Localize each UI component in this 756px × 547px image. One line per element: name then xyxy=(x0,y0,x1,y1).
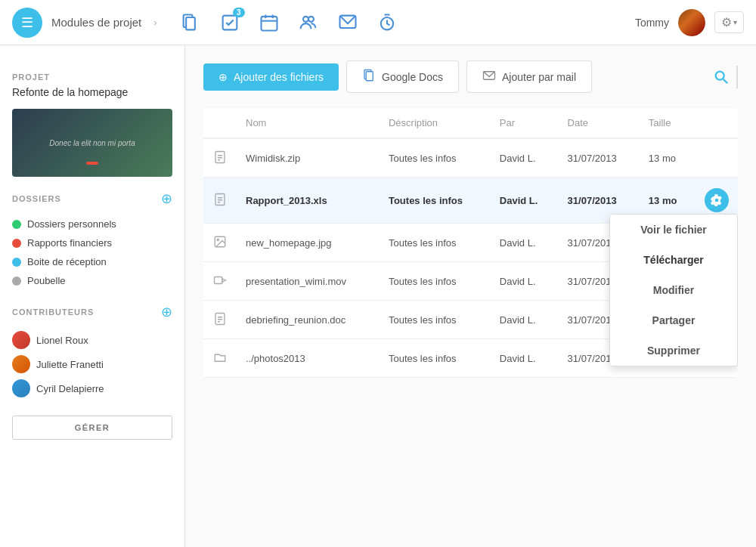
file-type-icon-cell xyxy=(203,339,237,378)
file-name-cell: debriefing_reunion.doc xyxy=(237,301,380,339)
contributors-header: CONTRIBUTEURS ⊕ xyxy=(12,304,172,320)
chevron-down-icon: ▾ xyxy=(733,18,737,26)
file-type-icon xyxy=(212,273,228,288)
file-desc-cell: Toutes les infos xyxy=(380,138,491,178)
settings-button[interactable]: ⚙ ▾ xyxy=(714,11,744,33)
topnav-right: Tommy ⚙ ▾ xyxy=(635,9,744,36)
folder-name: Dossiers personnels xyxy=(27,218,116,230)
plus-circle-icon: ⊕ xyxy=(218,71,228,83)
dropdown-telecharger-button[interactable]: Télécharger xyxy=(610,245,737,275)
dropdown-voir-button[interactable]: Voir le fichier xyxy=(610,215,737,245)
contributor-item: Lionel Roux xyxy=(12,328,172,352)
sidebar-folder-item[interactable]: Boite de réception xyxy=(12,252,172,271)
project-thumbnail: Donec la elit non mi porta xyxy=(12,109,172,177)
file-par-cell: David L. xyxy=(491,262,559,301)
svg-rect-29 xyxy=(215,314,225,325)
folder-dot-icon xyxy=(12,239,21,248)
add-contributor-button[interactable]: ⊕ xyxy=(161,304,172,320)
svg-point-26 xyxy=(217,239,218,240)
file-par-cell: David L. xyxy=(491,301,559,339)
add-files-button[interactable]: ⊕ Ajouter des fichiers xyxy=(203,63,339,91)
contributor-name: Lionel Roux xyxy=(36,335,88,346)
svg-marker-28 xyxy=(222,279,226,283)
file-desc-cell: Toutes les infos xyxy=(380,224,491,262)
gear-icon: ⚙ xyxy=(721,15,732,29)
files-table: Nom Déscription Par Date Taille Wimidisk… xyxy=(203,108,738,378)
manage-button[interactable]: GÉRER xyxy=(12,416,172,440)
folder-dot-icon xyxy=(12,220,21,229)
project-name: Refonte de la homepage xyxy=(12,86,172,98)
svg-line-16 xyxy=(723,79,728,83)
file-action-gear-button[interactable] xyxy=(705,188,729,212)
google-docs-button[interactable]: Google Docs xyxy=(346,60,459,93)
svg-rect-17 xyxy=(215,152,225,163)
contributor-avatar xyxy=(12,379,30,397)
search-divider xyxy=(736,66,738,88)
action-bar: ⊕ Ajouter des fichiers Google Docs xyxy=(203,60,738,93)
file-desc-cell: Toutes les infos xyxy=(380,301,491,339)
dropdown-modifier-button[interactable]: Modifier xyxy=(610,275,737,305)
file-type-icon-cell xyxy=(203,301,237,339)
file-desc-cell: Toutes les infos xyxy=(380,178,491,224)
main-layout: PROJET Refonte de la homepage Donec la e… xyxy=(0,45,756,547)
dropdown-supprimer-button[interactable]: Supprimer xyxy=(610,335,737,366)
svg-rect-1 xyxy=(186,17,195,29)
file-action-cell: Voir le fichier Télécharger Modifier Par… xyxy=(696,178,738,224)
file-dropdown-menu: Voir le fichier Télécharger Modifier Par… xyxy=(609,214,738,366)
svg-rect-27 xyxy=(215,277,223,284)
col-desc: Déscription xyxy=(380,108,491,138)
file-par-cell: David L. xyxy=(491,224,559,262)
file-par-cell: David L. xyxy=(491,339,559,378)
file-date-cell: 31/07/2013 xyxy=(559,138,640,178)
dossiers-header: DOSSIERS ⊕ xyxy=(12,190,172,207)
col-date: Date xyxy=(559,108,640,138)
dossiers-section-title: DOSSIERS xyxy=(12,194,61,203)
folder-dot-icon xyxy=(12,258,21,267)
file-taille-cell: 13 mo xyxy=(640,138,696,178)
contributor-avatar xyxy=(12,355,30,373)
nav-calendar-button[interactable] xyxy=(251,5,287,41)
files-tbody: Wimidisk.zip Toutes les infos David L. 3… xyxy=(203,138,738,378)
file-action-cell xyxy=(696,138,738,178)
sidebar: PROJET Refonte de la homepage Donec la e… xyxy=(0,45,185,547)
add-folder-button[interactable]: ⊕ xyxy=(161,190,172,207)
nav-tasks-button[interactable]: 3 xyxy=(212,5,248,41)
svg-rect-21 xyxy=(215,194,225,206)
sidebar-folder-item[interactable]: Dossiers personnels xyxy=(12,215,172,233)
thumbnail-text: Donec la elit non mi porta xyxy=(46,136,138,150)
nav-timer-button[interactable] xyxy=(369,5,405,41)
svg-point-8 xyxy=(308,16,314,21)
contributor-name: Cyril Delapierre xyxy=(36,383,104,394)
main-content: ⊕ Ajouter des fichiers Google Docs xyxy=(185,45,756,547)
nav-people-button[interactable] xyxy=(290,5,327,41)
nav-files-button[interactable] xyxy=(172,5,209,41)
sidebar-folder-item[interactable]: Rapports financiers xyxy=(12,233,172,252)
folder-name: Rapports financiers xyxy=(27,237,112,249)
file-name-cell: presentation_wimi.mov xyxy=(237,262,380,301)
table-header: Nom Déscription Par Date Taille xyxy=(203,108,738,138)
nav-messages-button[interactable] xyxy=(330,5,366,41)
file-type-icon xyxy=(212,150,228,165)
file-type-icon xyxy=(212,234,228,249)
mail-icon xyxy=(482,69,496,85)
dropdown-partager-button[interactable]: Partager xyxy=(610,305,737,335)
file-type-icon-cell xyxy=(203,138,237,178)
col-nom: Nom xyxy=(237,108,380,138)
sidebar-folder-item[interactable]: Poubelle xyxy=(12,271,172,290)
search-button[interactable] xyxy=(706,62,736,92)
folder-name: Boite de réception xyxy=(27,256,107,267)
table-row[interactable]: Wimidisk.zip Toutes les infos David L. 3… xyxy=(203,138,738,178)
project-section-title: PROJET xyxy=(12,73,172,82)
file-name-cell: ../photos2013 xyxy=(237,339,380,378)
add-by-mail-button[interactable]: Ajouter par mail xyxy=(466,60,592,93)
user-avatar[interactable] xyxy=(678,9,705,36)
file-par-cell: David L. xyxy=(491,138,559,178)
hamburger-button[interactable]: ☰ xyxy=(12,8,42,38)
svg-rect-13 xyxy=(366,72,373,81)
avatar-image xyxy=(678,9,705,36)
thumbnail-cta-bar xyxy=(86,162,98,165)
table-row[interactable]: Rapport_2013.xls Toutes les infos David … xyxy=(203,178,738,224)
google-docs-icon xyxy=(362,69,376,85)
contributors-section-title: CONTRIBUTEURS xyxy=(12,307,94,317)
file-type-icon-cell xyxy=(203,224,237,262)
